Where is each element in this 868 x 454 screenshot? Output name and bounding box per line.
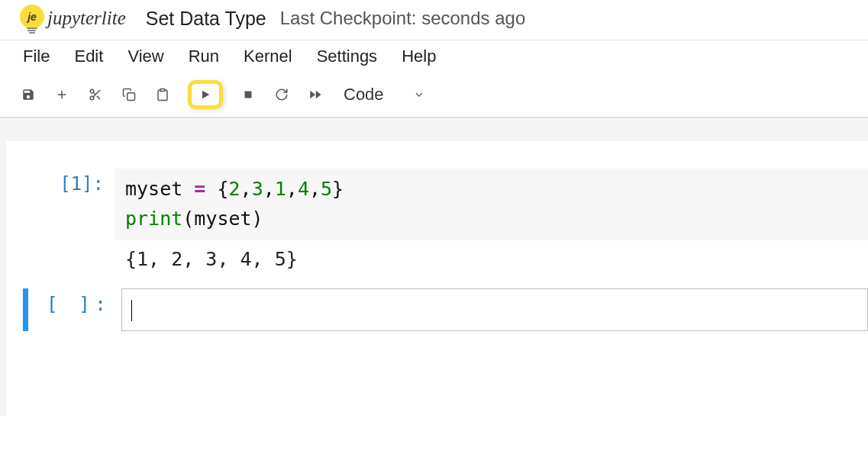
code-token: = xyxy=(194,178,205,200)
cut-icon[interactable] xyxy=(87,86,104,103)
fast-forward-icon[interactable] xyxy=(307,86,324,103)
code-token: 1 xyxy=(275,178,286,200)
cell-prompt: [ ]: xyxy=(30,288,121,331)
menu-kernel[interactable]: Kernel xyxy=(244,47,292,66)
svg-rect-7 xyxy=(127,93,135,101)
run-button[interactable] xyxy=(188,80,223,109)
code-token: } xyxy=(332,178,344,200)
code-token: myset xyxy=(125,178,182,200)
menu-run[interactable]: Run xyxy=(189,47,219,66)
menu-help[interactable]: Help xyxy=(402,47,436,66)
stop-icon[interactable] xyxy=(240,86,257,103)
code-cell[interactable]: [1]: myset = {2,3,1,4,5} print(myset) {1… xyxy=(23,169,868,278)
cell-output: {1, 2, 3, 4, 5} xyxy=(115,240,868,278)
notebook: [1]: myset = {2,3,1,4,5} print(myset) {1… xyxy=(6,141,868,416)
svg-marker-11 xyxy=(310,91,315,99)
document-title[interactable]: Set Data Type xyxy=(146,8,266,30)
svg-marker-12 xyxy=(316,91,321,99)
code-token: 5 xyxy=(321,178,332,200)
cell-prompt: [1]: xyxy=(23,169,115,195)
lightbulb-icon: je xyxy=(18,5,46,32)
svg-point-3 xyxy=(90,96,94,100)
active-indicator xyxy=(23,288,28,331)
notebook-area: [1]: myset = {2,3,1,4,5} print(myset) {1… xyxy=(0,118,868,416)
header: je jupyterlite Set Data Type Last Checkp… xyxy=(0,0,868,40)
svg-marker-9 xyxy=(202,91,209,99)
svg-line-5 xyxy=(97,96,100,99)
code-token: print xyxy=(125,208,182,230)
code-token: 3 xyxy=(252,178,263,200)
chevron-down-icon xyxy=(413,89,425,101)
cell-input[interactable] xyxy=(121,288,868,331)
cell-input[interactable]: myset = {2,3,1,4,5} print(myset) xyxy=(115,169,868,240)
logo-script: jupyterlite xyxy=(47,8,126,29)
logo: je jupyterlite xyxy=(18,5,126,32)
svg-line-6 xyxy=(93,92,95,95)
code-token: 4 xyxy=(298,178,309,200)
menu-view[interactable]: View xyxy=(127,47,163,66)
copy-icon[interactable] xyxy=(121,86,137,103)
svg-rect-10 xyxy=(245,92,252,98)
restart-icon[interactable] xyxy=(273,86,290,103)
paste-icon[interactable] xyxy=(154,86,171,103)
toolbar: Code xyxy=(0,72,868,118)
menubar: File Edit View Run Kernel Settings Help xyxy=(0,40,868,72)
cell-type-selector[interactable]: Code xyxy=(344,85,425,105)
code-token: myset xyxy=(194,208,251,230)
logo-initials: je xyxy=(20,5,44,29)
code-cell-active[interactable]: [ ]: xyxy=(23,288,868,331)
code-token: 2 xyxy=(229,178,240,200)
menu-file[interactable]: File xyxy=(23,47,50,66)
save-icon[interactable] xyxy=(20,86,37,103)
svg-rect-8 xyxy=(160,89,165,92)
checkpoint-label: Last Checkpoint: seconds ago xyxy=(280,8,526,29)
add-icon[interactable] xyxy=(53,86,70,103)
text-cursor xyxy=(131,300,132,321)
menu-settings[interactable]: Settings xyxy=(317,47,378,66)
cell-type-label: Code xyxy=(344,85,384,105)
svg-point-2 xyxy=(90,89,94,93)
menu-edit[interactable]: Edit xyxy=(74,47,103,66)
code-token: { xyxy=(217,178,228,200)
